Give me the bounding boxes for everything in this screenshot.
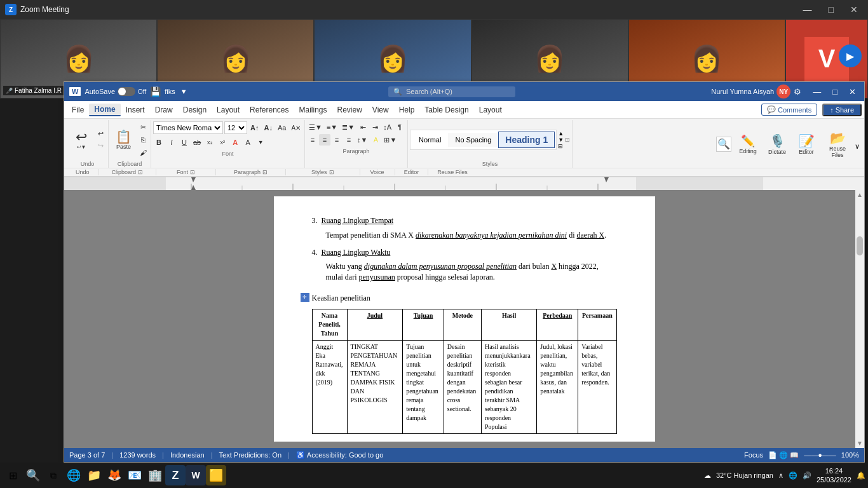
dropdown-arrow[interactable]: ▼ (180, 88, 187, 95)
share-button[interactable]: ↑ Share (822, 104, 862, 116)
font-grow-button[interactable]: A↑ (248, 122, 261, 133)
style-normal-button[interactable]: Normal (412, 133, 448, 147)
font-launcher[interactable]: ⊡ (190, 169, 195, 175)
bullets-button[interactable]: ☰▼ (307, 121, 324, 133)
maximize-word[interactable]: □ (829, 86, 841, 97)
systray-chevron[interactable]: ∧ (778, 471, 783, 480)
styles-launcher[interactable]: ⊡ (329, 169, 334, 175)
maximize-button[interactable]: □ (824, 3, 839, 16)
menu-draw[interactable]: Draw (150, 104, 178, 116)
taskbar-office[interactable]: 🏢 (145, 465, 165, 485)
start-button[interactable]: ⊞ (3, 465, 23, 485)
show-marks-button[interactable]: ¶ (394, 121, 405, 133)
decrease-indent-button[interactable]: ⇤ (357, 121, 369, 133)
editor-button[interactable]: 📝 Editor (792, 128, 820, 160)
notification-button[interactable]: 🔔 (857, 471, 865, 480)
systray-volume[interactable]: 🔊 (803, 471, 811, 480)
italic-button[interactable]: I (166, 137, 177, 148)
view-print-icon[interactable]: 📄 (768, 451, 777, 459)
close-button[interactable]: ✕ (845, 3, 863, 16)
view-web-icon[interactable]: 🌐 (779, 451, 788, 459)
minimize-word[interactable]: — (810, 86, 824, 97)
task-view-button[interactable]: ⧉ (43, 465, 64, 485)
zoom-slider[interactable]: ——●—— (804, 451, 836, 459)
subscript-button[interactable]: x₂ (204, 137, 215, 148)
find-button[interactable]: 🔍 (716, 137, 731, 152)
clipboard-launcher[interactable]: ⊡ (138, 169, 143, 175)
menu-table-layout[interactable]: Layout (474, 104, 507, 116)
taskbar-edge[interactable]: 🌐 (64, 465, 84, 485)
taskbar-zoom[interactable]: Z (165, 465, 186, 485)
scroll-thumb[interactable] (857, 236, 863, 255)
menu-insert[interactable]: Insert (121, 104, 150, 116)
settings-icon[interactable]: ⚙ (790, 86, 804, 97)
dictate-button[interactable]: 🎙️ Dictate (763, 128, 791, 160)
clear-format-button[interactable]: A✕ (289, 122, 302, 133)
format-painter-button[interactable]: 🖌 (137, 147, 149, 158)
increase-indent-button[interactable]: ⇥ (369, 121, 381, 133)
cut-button[interactable]: ✂ (137, 121, 149, 133)
borders-button[interactable]: ⊞▼ (382, 134, 398, 146)
line-spacing-button[interactable]: ↕▼ (355, 134, 369, 146)
sort-button[interactable]: ↕A (381, 121, 393, 133)
underline-button[interactable]: U (179, 137, 190, 148)
align-center-button[interactable]: ≡ (319, 134, 330, 146)
justify-button[interactable]: ≡ (343, 134, 355, 146)
menu-mailings[interactable]: Mailings (294, 104, 332, 116)
comments-button[interactable]: 💬 Comments (761, 104, 817, 116)
undo-small[interactable]: ↩ (95, 128, 106, 140)
menu-home[interactable]: Home (89, 104, 120, 116)
font-shrink-button[interactable]: A↓ (262, 122, 274, 133)
reuse-files-button[interactable]: 📂 ReuseFiles (822, 128, 853, 160)
scroll-up-arrow[interactable]: ▲ (857, 191, 863, 198)
styles-arrows[interactable]: ▲ ▼ ⊟ (558, 131, 564, 149)
menu-layout[interactable]: Layout (212, 104, 245, 116)
bold-button[interactable]: B (153, 137, 165, 148)
move-handle[interactable]: ✛ (301, 293, 309, 302)
menu-view[interactable]: View (367, 104, 394, 116)
close-word[interactable]: ✕ (846, 86, 859, 97)
taskbar-firefox[interactable]: 🦊 (104, 465, 125, 485)
copy-button[interactable]: ⎘ (137, 134, 149, 146)
font-case-button[interactable]: Aa (276, 122, 288, 133)
taskbar-clock[interactable]: 16:24 25/03/2022 (817, 466, 851, 485)
scroll-down-arrow[interactable]: ▼ (857, 440, 863, 447)
align-right-button[interactable]: ≡ (331, 134, 342, 146)
word-search-bar[interactable]: 🔍 Search (Alt+Q) (388, 86, 515, 97)
zoom-level[interactable]: 100% (841, 451, 859, 459)
undo-button[interactable]: ↩ ↩▼ (69, 124, 94, 156)
font-family-select[interactable]: Times New Roman (153, 121, 223, 134)
styles-launcher-icon[interactable]: ⊡ (565, 137, 570, 143)
menu-help[interactable]: Help (394, 104, 420, 116)
view-read-icon[interactable]: 📖 (790, 451, 799, 459)
taskbar-word[interactable]: W (186, 465, 206, 485)
font-color-button[interactable]: A (229, 137, 241, 148)
superscript-button[interactable]: x² (217, 137, 228, 148)
editing-button[interactable]: ✏️ Editing (734, 128, 762, 160)
ribbon-expand-button[interactable]: ∨ (855, 140, 860, 160)
multilevel-button[interactable]: ≣▼ (340, 121, 356, 133)
search-button[interactable]: 🔍 (23, 465, 43, 485)
taskbar-mail[interactable]: 📧 (125, 465, 145, 485)
menu-review[interactable]: Review (332, 104, 367, 116)
style-no-spacing-button[interactable]: No Spacing (448, 133, 498, 147)
focus-button[interactable]: Focus (744, 451, 763, 459)
strikethrough-button[interactable]: ab (191, 137, 203, 148)
highlight-button[interactable]: A (242, 137, 254, 148)
menu-table-design[interactable]: Table Design (419, 104, 473, 116)
menu-references[interactable]: References (245, 104, 294, 116)
minimize-button[interactable]: — (798, 3, 817, 16)
join-button[interactable]: ▶ (839, 44, 862, 67)
doc-scroll[interactable]: 3. Ruang Lingkup Tempat Tempat penelitia… (71, 196, 858, 442)
scrollbar-vertical[interactable]: ▲ ▼ (855, 190, 864, 448)
paste-button[interactable]: 📋 Paste (111, 124, 137, 156)
save-icon[interactable]: 💾 (150, 86, 161, 97)
para-launcher[interactable]: ⊡ (262, 169, 268, 175)
systray-network[interactable]: 🌐 (789, 471, 797, 480)
font-size-select[interactable]: 12 (224, 121, 247, 134)
numbering-button[interactable]: ≡▼ (325, 121, 339, 133)
redo-small[interactable]: ↪ (95, 140, 106, 152)
autosave-toggle[interactable] (118, 87, 135, 96)
taskbar-explorer[interactable]: 📁 (84, 465, 104, 485)
style-heading1-button[interactable]: Heading 1 (498, 132, 555, 148)
